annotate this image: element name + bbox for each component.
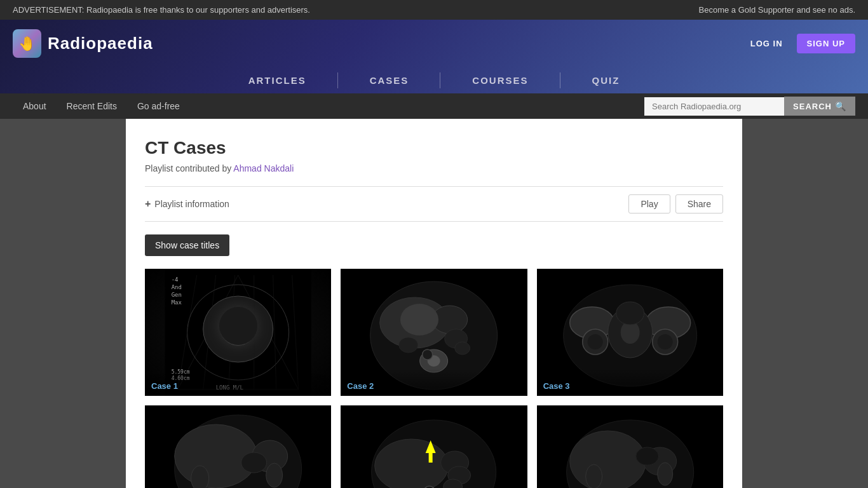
sub-nav-about[interactable]: About [13,93,57,119]
playlist-actions: Play Share [628,194,723,214]
nav-articles[interactable]: ARTICLES [217,67,338,93]
playlist-info-toggle[interactable]: + Playlist information [145,198,229,210]
search-label: SEARCH [793,102,832,111]
case-label-1: Case 1 [145,369,331,396]
main-nav: ARTICLES CASES COURSES QUIZ [13,61,855,93]
play-button[interactable]: Play [628,194,670,214]
signup-button[interactable]: SIGN UP [797,34,855,53]
site-header: 🤚 Radiopaedia LOG IN SIGN UP ARTICLES CA… [0,20,868,93]
search-button[interactable]: SEARCH 🔍 [784,97,855,116]
case-card-3[interactable]: Case 3 [537,269,723,396]
playlist-row: + Playlist information Play Share [145,186,723,222]
ad-banner: ADVERTISEMENT: Radiopaedia is free thank… [0,0,868,20]
sub-nav-links: About Recent Edits Go ad-free [13,93,190,119]
case-image-4 [145,405,331,488]
sub-nav: About Recent Edits Go ad-free SEARCH 🔍 [0,93,868,119]
main-content: CT Cases Playlist contributed by Ahmad N… [126,119,742,488]
logo-icon: 🤚 [13,29,41,58]
case-card-4[interactable]: Case 4 [145,405,331,488]
show-case-titles-button[interactable]: Show case titles [145,234,229,256]
login-button[interactable]: LOG IN [743,34,790,53]
svg-point-26 [399,337,418,353]
logo-hand-icon: 🤚 [18,36,36,52]
contributor-link[interactable]: Ahmad Nakdali [233,163,294,173]
svg-point-3 [220,309,256,345]
case-image-5 [341,405,527,488]
share-button[interactable]: Share [675,194,723,214]
case-image-6 [537,405,723,488]
ad-text-left: ADVERTISEMENT: Radiopaedia is free thank… [13,5,310,15]
svg-point-46 [191,466,209,488]
case-card-1[interactable]: -4 And Gen Max 5.59cm 4.60cm LONG M/L Ca… [145,269,331,396]
svg-point-23 [423,349,433,360]
svg-point-68 [657,463,672,485]
nav-cases[interactable]: CASES [338,67,441,93]
ad-text-right: Become a Gold Supporter and see no ads. [699,5,855,15]
svg-text:-4: -4 [172,276,179,283]
page-title: CT Cases [145,138,723,158]
search-input[interactable] [644,97,784,116]
svg-point-20 [432,306,468,334]
svg-point-50 [375,439,449,488]
svg-point-25 [455,342,470,355]
svg-point-67 [585,464,602,488]
svg-point-62 [635,447,658,465]
svg-text:Gen: Gen [172,292,182,298]
case-label-3: Case 3 [537,369,723,396]
nav-quiz[interactable]: QUIZ [560,67,652,93]
playlist-info-label: Playlist information [154,199,229,209]
logo[interactable]: 🤚 Radiopaedia [13,29,153,58]
svg-point-2 [203,296,273,362]
svg-point-42 [241,452,267,473]
playlist-contributed: Playlist contributed by Ahmad Nakdali [145,163,723,173]
svg-point-47 [266,463,283,487]
nav-courses[interactable]: COURSES [440,67,560,93]
svg-point-60 [569,431,646,488]
sub-nav-recent-edits[interactable]: Recent Edits [57,93,127,119]
cases-grid: -4 And Gen Max 5.59cm 4.60cm LONG M/L Ca… [145,269,723,488]
search-icon: 🔍 [835,101,846,111]
svg-point-32 [587,334,602,349]
case-card-2[interactable]: Case 2 [341,269,527,396]
case-label-2: Case 2 [341,369,527,396]
svg-text:And: And [172,284,182,290]
playlist-text: Playlist contributed by [145,163,231,173]
search-area: SEARCH 🔍 [644,97,855,116]
logo-text: Radiopaedia [48,34,153,53]
case-card-6[interactable]: Case 6 [537,405,723,488]
svg-text:Max: Max [172,299,182,306]
svg-point-37 [616,302,644,325]
case-card-5[interactable]: Case 5 [341,405,527,488]
svg-point-34 [657,334,672,349]
header-auth: LOG IN SIGN UP [743,34,855,53]
header-top: 🤚 Radiopaedia LOG IN SIGN UP [13,20,855,61]
sub-nav-go-ad-free[interactable]: Go ad-free [127,93,190,119]
content-wrapper: CT Cases Playlist contributed by Ahmad N… [126,119,742,488]
plus-icon: + [145,198,151,210]
